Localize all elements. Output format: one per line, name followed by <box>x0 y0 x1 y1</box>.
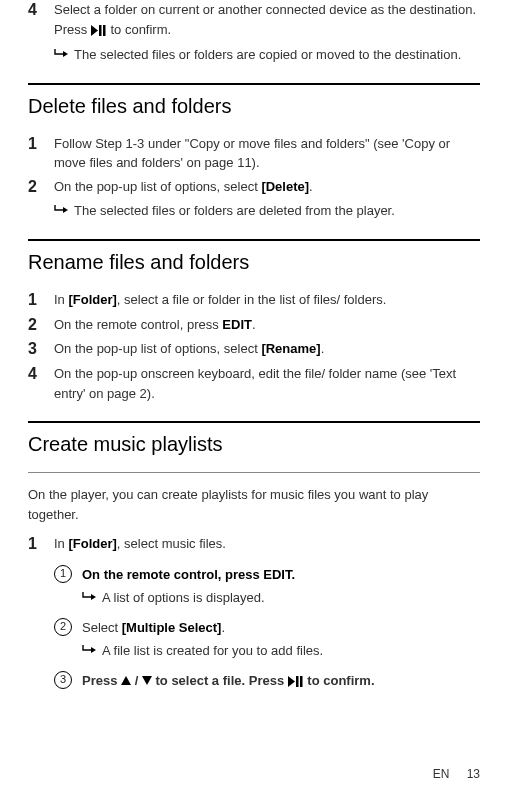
down-arrow-icon <box>142 673 152 688</box>
step-text: On the pop-up list of options, select [D… <box>54 177 480 197</box>
rename-step-2: 2 On the remote control, press EDIT. <box>28 315 480 336</box>
substep-result: A list of options is displayed. <box>82 588 480 608</box>
step-text: On the pop-up onscreen keyboard, edit th… <box>54 364 480 403</box>
result-row: The selected files or folders are delete… <box>54 201 480 221</box>
heading-playlists: Create music playlists <box>28 433 480 456</box>
up-arrow-icon <box>121 673 131 688</box>
circled-number: 3 <box>54 671 72 689</box>
result-row: The selected files or folders are copied… <box>54 45 480 65</box>
step-number: 1 <box>28 290 54 311</box>
svg-rect-2 <box>103 25 106 36</box>
svg-marker-4 <box>63 207 68 213</box>
step-text: In [Folder], select a file or folder in … <box>54 290 480 310</box>
step-text-after: , select a file or folder in the list of… <box>117 292 387 307</box>
step-text-before: On the remote control, press <box>54 317 222 332</box>
result-text: The selected files or folders are delete… <box>74 201 480 221</box>
substep-bold: [Multiple Select] <box>122 620 222 635</box>
substep-3: 3 Press / to select a file. Press to con… <box>54 671 480 693</box>
svg-marker-0 <box>91 25 98 36</box>
result-text: A file list is created for you to add fi… <box>102 641 480 661</box>
step-text: On the pop-up list of options, select [R… <box>54 339 480 359</box>
step-text: On the remote control, press EDIT. <box>54 315 480 335</box>
step-text-after: . <box>321 341 325 356</box>
step-text-bold: [Rename] <box>261 341 320 356</box>
page-footer: EN 13 <box>433 767 480 781</box>
substep-text: On the remote control, press EDIT. <box>82 565 480 585</box>
step-text-after: , select music files. <box>117 536 226 551</box>
svg-marker-9 <box>288 676 295 687</box>
delete-step-1: 1 Follow Step 1-3 under "Copy or move fi… <box>28 134 480 173</box>
substep-text: Select [Multiple Select]. <box>82 618 480 638</box>
delete-step-2: 2 On the pop-up list of options, select … <box>28 177 480 198</box>
step-text: Follow Step 1-3 under "Copy or move file… <box>54 134 480 173</box>
step-number: 2 <box>28 177 54 198</box>
step-text-before: In <box>54 536 68 551</box>
circled-number: 1 <box>54 565 72 583</box>
play-pause-icon <box>288 673 304 693</box>
step-text-bold: [Delete] <box>261 179 309 194</box>
footer-page: 13 <box>467 767 480 781</box>
section-divider <box>28 421 480 423</box>
svg-marker-3 <box>63 51 68 57</box>
substep-2: 2 Select [Multiple Select]. <box>54 618 480 638</box>
step-text-bold: [Folder] <box>68 292 116 307</box>
step-text: In [Folder], select music files. <box>54 534 480 554</box>
step-4-destination: 4 Select a folder on current or another … <box>28 0 480 41</box>
step-text-before: On the pop-up list of options, select <box>54 179 261 194</box>
step-text-after: . <box>309 179 313 194</box>
heading-rename: Rename files and folders <box>28 251 480 274</box>
step-text: Select a folder on current or another co… <box>54 0 480 41</box>
step-number: 3 <box>28 339 54 360</box>
result-arrow-icon <box>54 45 74 65</box>
substep-before: Select <box>82 620 122 635</box>
result-arrow-icon <box>82 641 102 661</box>
step-number: 4 <box>28 364 54 385</box>
step-number: 2 <box>28 315 54 336</box>
step-number: 4 <box>28 0 54 21</box>
step-text-bold: [Folder] <box>68 536 116 551</box>
substep-result: A file list is created for you to add fi… <box>82 641 480 661</box>
substep-bold: On the remote control, press EDIT. <box>82 567 295 582</box>
svg-marker-5 <box>91 594 96 600</box>
step-text-before: In <box>54 292 68 307</box>
substep-part: to confirm. <box>304 673 375 688</box>
thin-divider <box>28 472 480 473</box>
substep-part: Press <box>82 673 121 688</box>
step-text-after: to confirm. <box>107 22 171 37</box>
step-number: 1 <box>28 534 54 555</box>
substep-1: 1 On the remote control, press EDIT. <box>54 565 480 585</box>
rename-step-3: 3 On the pop-up list of options, select … <box>28 339 480 360</box>
substep-part: / <box>131 673 142 688</box>
play-pause-icon <box>91 22 107 42</box>
playlist-intro: On the player, you can create playlists … <box>28 485 480 524</box>
svg-marker-6 <box>91 647 96 653</box>
svg-rect-11 <box>300 676 303 687</box>
substep-after: . <box>221 620 225 635</box>
svg-marker-8 <box>142 676 152 685</box>
circled-number: 2 <box>54 618 72 636</box>
step-text-bold: EDIT <box>222 317 252 332</box>
step-text-before: On the pop-up list of options, select <box>54 341 261 356</box>
svg-rect-1 <box>99 25 102 36</box>
substep-part: to select a file. Press <box>152 673 288 688</box>
step-number: 1 <box>28 134 54 155</box>
result-text: A list of options is displayed. <box>102 588 480 608</box>
svg-rect-10 <box>296 676 299 687</box>
svg-marker-7 <box>121 676 131 685</box>
rename-step-4: 4 On the pop-up onscreen keyboard, edit … <box>28 364 480 403</box>
footer-lang: EN <box>433 767 450 781</box>
section-divider <box>28 83 480 85</box>
result-arrow-icon <box>54 201 74 221</box>
section-divider <box>28 239 480 241</box>
heading-delete: Delete files and folders <box>28 95 480 118</box>
playlist-step-1: 1 In [Folder], select music files. <box>28 534 480 555</box>
step-text-after: . <box>252 317 256 332</box>
substep-text: Press / to select a file. Press to confi… <box>82 671 480 693</box>
result-arrow-icon <box>82 588 102 608</box>
result-text: The selected files or folders are copied… <box>74 45 480 65</box>
rename-step-1: 1 In [Folder], select a file or folder i… <box>28 290 480 311</box>
